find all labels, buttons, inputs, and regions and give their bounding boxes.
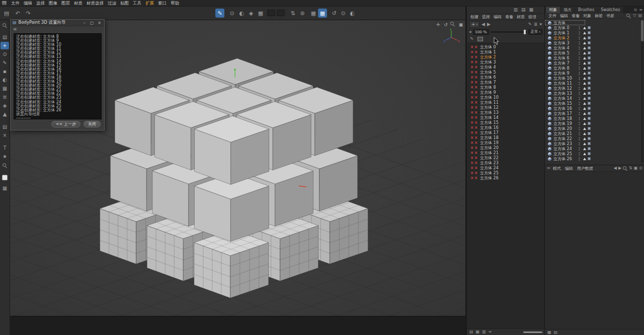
phong-tag-icon[interactable]	[583, 92, 586, 95]
visibility-dots[interactable]	[579, 31, 580, 35]
object-row[interactable]: 立方体 17	[545, 111, 644, 116]
h-scrollbar-thumb[interactable]	[523, 331, 542, 333]
phong-tag-icon[interactable]	[583, 127, 586, 130]
close-icon[interactable]: ×	[97, 20, 102, 26]
visibility-dots[interactable]	[579, 36, 580, 40]
menubar-item[interactable]: 窗口	[156, 0, 169, 6]
visibility-dots[interactable]	[579, 77, 580, 80]
foreground-color-swatch[interactable]	[2, 175, 8, 180]
pattern-tool-icon[interactable]: ▦	[1, 85, 9, 92]
texture-tag-icon[interactable]	[588, 152, 591, 155]
object-row[interactable]: 立方体 0	[545, 25, 644, 30]
phong-tag-icon[interactable]	[583, 117, 586, 120]
uv-mesh-icon[interactable]: ▦	[318, 9, 327, 18]
phong-tag-icon[interactable]	[583, 97, 586, 100]
visibility-dots[interactable]	[579, 56, 580, 60]
object-row[interactable]: 立方体 18	[545, 116, 644, 121]
menubar-item[interactable]: 过滤	[106, 0, 118, 6]
material-row[interactable]: ××立方体 15	[467, 120, 544, 125]
color-picker-icon[interactable]: ⊙	[1, 50, 9, 58]
dither-tool-icon[interactable]: ▦	[1, 184, 9, 192]
visibility-dots[interactable]	[579, 51, 580, 55]
raybrush-icon[interactable]: ▦	[256, 9, 265, 18]
material-row[interactable]: ××立方体 18	[467, 135, 544, 140]
filter-icon[interactable]: ▽	[633, 14, 636, 18]
visibility-dots[interactable]	[579, 92, 580, 95]
object-row[interactable]: 立方体 20	[545, 126, 644, 131]
history-forward-icon[interactable]: ▶	[618, 166, 621, 170]
texture-preview-icon[interactable]	[477, 37, 483, 41]
texture-tag-icon[interactable]	[588, 137, 591, 140]
material-row[interactable]: ××立方体 26	[467, 175, 544, 180]
object-row[interactable]: 立方体 1	[545, 30, 644, 35]
object-row[interactable]: 立方体 5	[545, 50, 644, 55]
visibility-dots[interactable]	[579, 137, 580, 141]
object-row[interactable]: 立方体 23	[545, 141, 644, 146]
panel-options-icon[interactable]: ▾	[539, 22, 542, 27]
material-row[interactable]: ××立方体 23	[467, 160, 544, 165]
texture-tag-icon[interactable]	[588, 142, 591, 145]
pencil-tool-icon[interactable]: ✎	[1, 59, 9, 66]
texture-tag-icon[interactable]	[588, 56, 591, 59]
phong-tag-icon[interactable]	[583, 122, 586, 125]
phong-tag-icon[interactable]	[583, 112, 586, 115]
view-cols-icon[interactable]: ▥	[482, 330, 486, 334]
material-row[interactable]: ××立方体 3	[467, 59, 544, 64]
material-row[interactable]: ××立方体 17	[467, 130, 544, 135]
texture-tag-icon[interactable]	[588, 26, 591, 29]
material-row[interactable]: ××立方体 16	[467, 125, 544, 130]
minimize-icon[interactable]: –	[82, 20, 87, 26]
material-row[interactable]: ××立方体 2	[467, 54, 544, 59]
visibility-dots[interactable]	[579, 122, 580, 125]
panel-tab[interactable]: 对象	[546, 7, 560, 13]
add-material-button[interactable]: +▾	[469, 21, 479, 28]
object-menu-item[interactable]: 文件	[547, 13, 558, 19]
shape-tool-icon[interactable]: ★	[1, 153, 9, 160]
material-row[interactable]: ××立方体 5	[467, 70, 544, 75]
visibility-dots[interactable]	[579, 72, 580, 75]
object-menu-item[interactable]: 编辑	[558, 13, 570, 19]
visibility-dots[interactable]	[579, 66, 580, 70]
visibility-dots[interactable]	[579, 127, 580, 130]
visibility-dots[interactable]	[579, 107, 580, 110]
layout-rows-icon[interactable]: ▤	[521, 8, 526, 12]
texture-tag-icon[interactable]	[588, 117, 591, 120]
texture-tag-icon[interactable]	[588, 77, 591, 80]
attribute-menu-item[interactable]: 用户数据	[576, 166, 595, 171]
material-row[interactable]: ××立方体 13	[467, 110, 544, 115]
close-button[interactable]: 关闭	[84, 121, 101, 127]
visibility-dots[interactable]	[579, 102, 580, 105]
list-icon[interactable]: ▤	[638, 14, 642, 18]
object-row[interactable]: 立方体 9	[545, 71, 644, 76]
redo-icon[interactable]: ↷	[24, 9, 33, 18]
material-row[interactable]: ××立方体 11	[467, 100, 544, 105]
menubar-item[interactable]: 材质	[72, 0, 85, 6]
material-row[interactable]: ××立方体 9	[467, 90, 544, 95]
object-row[interactable]: 立方体 4	[545, 45, 644, 50]
layout-grid-icon[interactable]: ▦	[529, 8, 533, 12]
view-list-icon[interactable]: ▤	[469, 330, 473, 334]
uv-grid-icon[interactable]: ▦	[309, 9, 318, 18]
texture-tag-icon[interactable]	[588, 107, 591, 110]
menubar-item[interactable]: 贴图	[118, 0, 131, 6]
object-row[interactable]: 立方体 26	[545, 156, 644, 161]
phong-tag-icon[interactable]	[583, 138, 586, 140]
phong-tag-icon[interactable]	[583, 67, 586, 70]
texture-tag-icon[interactable]	[588, 127, 591, 130]
polygon-tool-icon[interactable]: ▲	[1, 110, 9, 118]
crystal-tool-icon[interactable]: ◈	[1, 102, 9, 109]
object-menu-item[interactable]: 标签	[593, 13, 604, 19]
object-row[interactable]: 立方体 25	[545, 151, 644, 156]
magnify-tool-icon[interactable]	[1, 162, 9, 169]
panel-target-icon[interactable]: ⊙	[634, 8, 637, 12]
phong-tag-icon[interactable]	[583, 153, 586, 155]
texture-tag-icon[interactable]	[588, 66, 591, 70]
visibility-dots[interactable]	[579, 157, 580, 161]
zoom-tool-icon[interactable]	[1, 22, 9, 29]
light-toggle-icon[interactable]: ⊙	[339, 9, 348, 18]
target-icon[interactable]: ⊙	[639, 166, 642, 170]
object-row[interactable]: 立方体 14	[545, 96, 644, 101]
grid-view-icon[interactable]: ▦	[547, 330, 551, 334]
fill-tool-icon[interactable]: ▪	[1, 68, 9, 75]
render-frame-icon[interactable]: ▤	[2, 9, 11, 18]
